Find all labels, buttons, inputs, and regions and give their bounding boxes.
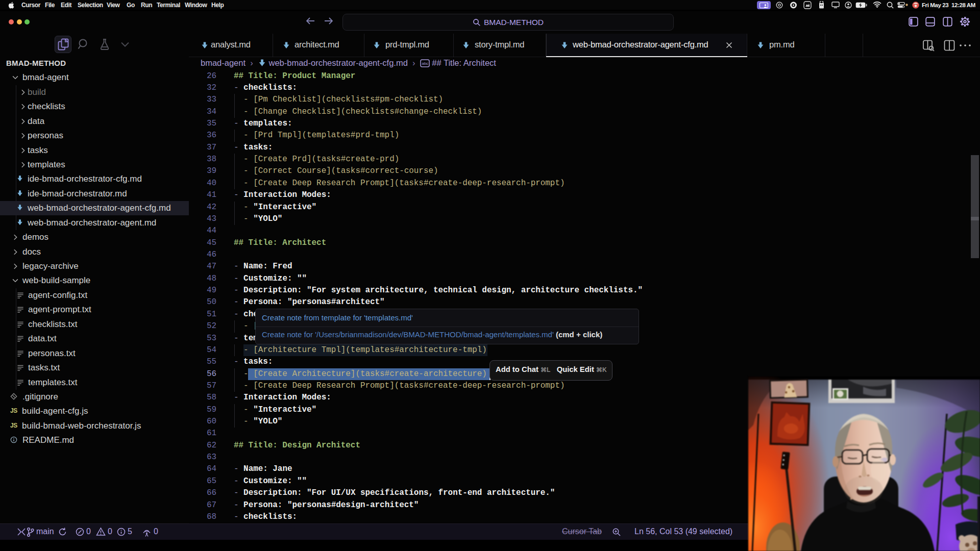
svg-text:abc: abc: [422, 61, 428, 66]
